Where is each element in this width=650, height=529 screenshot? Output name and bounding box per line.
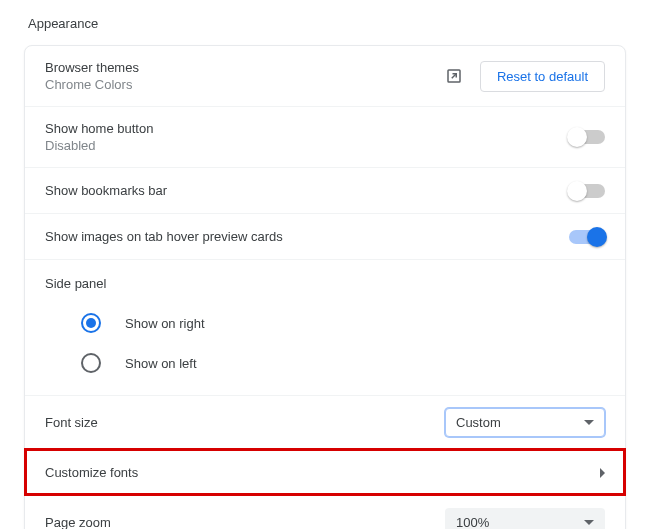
row-page-zoom: Page zoom 100% [25,495,625,529]
page-zoom-select[interactable]: 100% [445,508,605,529]
home-button-sub: Disabled [45,138,153,153]
radio-icon [81,313,101,333]
bookmarks-bar-toggle[interactable] [569,184,605,198]
font-size-value: Custom [456,415,501,430]
reset-to-default-button[interactable]: Reset to default [480,61,605,92]
radio-show-on-left[interactable]: Show on left [45,343,605,383]
row-home-button: Show home button Disabled [25,106,625,167]
dropdown-icon [584,520,594,525]
chevron-right-icon [600,468,605,478]
home-button-toggle[interactable] [569,130,605,144]
row-tab-hover: Show images on tab hover preview cards [25,213,625,259]
appearance-card: Browser themes Chrome Colors Reset to de… [24,45,626,529]
side-panel-title: Side panel [25,259,625,303]
page-zoom-label: Page zoom [45,515,111,529]
font-size-select[interactable]: Custom [445,408,605,437]
home-button-label: Show home button [45,121,153,136]
page-zoom-value: 100% [456,515,489,529]
browser-themes-label: Browser themes [45,60,139,75]
bookmarks-bar-label: Show bookmarks bar [45,183,167,198]
customize-fonts-label: Customize fonts [45,465,138,480]
row-font-size: Font size Custom [25,395,625,449]
appearance-section-title: Appearance [28,16,626,31]
radio-icon [81,353,101,373]
row-customize-fonts[interactable]: Customize fonts [25,449,625,495]
radio-label: Show on left [125,356,197,371]
browser-themes-sub: Chrome Colors [45,77,139,92]
tab-hover-label: Show images on tab hover preview cards [45,229,283,244]
font-size-label: Font size [45,415,98,430]
radio-show-on-right[interactable]: Show on right [45,303,605,343]
row-browser-themes: Browser themes Chrome Colors Reset to de… [25,46,625,106]
tab-hover-toggle[interactable] [569,230,605,244]
open-external-icon[interactable] [444,66,464,86]
row-bookmarks-bar: Show bookmarks bar [25,167,625,213]
side-panel-radio-group: Show on right Show on left [25,303,625,395]
dropdown-icon [584,420,594,425]
radio-label: Show on right [125,316,205,331]
